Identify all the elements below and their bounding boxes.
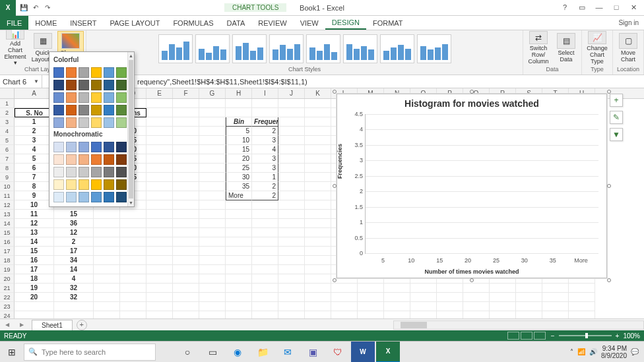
page-break-view-button[interactable]	[534, 332, 546, 340]
color-swatch[interactable]	[79, 142, 89, 152]
cell[interactable]: 15	[15, 247, 54, 256]
color-swatch[interactable]	[53, 67, 64, 78]
cell[interactable]	[146, 145, 173, 154]
tray-chevron-icon[interactable]: ˄	[570, 348, 573, 355]
cell[interactable]	[252, 265, 278, 274]
cell[interactable]	[278, 228, 305, 237]
scrollbar-thumb[interactable]	[401, 322, 427, 328]
cell[interactable]	[384, 284, 410, 293]
cell[interactable]	[305, 228, 331, 237]
cell[interactable]	[278, 237, 305, 247]
normal-view-button[interactable]	[507, 332, 519, 340]
tab-page-layout[interactable]: PAGE LAYOUT	[103, 16, 166, 30]
row-header[interactable]: 14	[0, 219, 15, 228]
cell[interactable]	[305, 108, 331, 117]
cell[interactable]: 12	[15, 219, 54, 228]
ribbon-display-icon[interactable]: ▭	[575, 3, 589, 12]
taskbar-search[interactable]: 🔍 Type here to search	[24, 344, 156, 361]
cell[interactable]: More	[226, 191, 252, 200]
row-header[interactable]: 16	[0, 237, 15, 247]
cell[interactable]	[199, 311, 226, 318]
cell[interactable]	[173, 99, 199, 108]
cell[interactable]	[146, 265, 173, 274]
color-swatch[interactable]	[79, 192, 89, 202]
color-swatch[interactable]	[104, 179, 114, 190]
cell[interactable]	[94, 219, 120, 228]
color-swatch[interactable]	[66, 154, 77, 165]
cell[interactable]	[252, 247, 278, 256]
cell[interactable]	[278, 302, 305, 311]
cell[interactable]	[173, 210, 199, 219]
horizontal-scrollbar[interactable]	[393, 320, 644, 330]
cell[interactable]	[384, 302, 410, 311]
column-header[interactable]: I	[252, 88, 278, 98]
tab-view[interactable]: VIEW	[294, 16, 325, 30]
cell[interactable]	[173, 136, 199, 145]
excel-taskbar-icon[interactable]: X	[376, 342, 400, 363]
cell[interactable]	[54, 311, 94, 318]
cell[interactable]: Frequency	[252, 117, 278, 127]
color-swatch[interactable]	[116, 167, 127, 177]
cell[interactable]	[305, 154, 331, 164]
cell[interactable]	[54, 302, 94, 311]
cell[interactable]	[252, 219, 278, 228]
cell[interactable]	[252, 256, 278, 265]
chart-style-thumb[interactable]	[380, 34, 414, 63]
column-header[interactable]: A	[15, 88, 54, 98]
cell[interactable]	[252, 284, 278, 293]
color-swatch[interactable]	[116, 92, 127, 103]
color-swatch[interactable]	[79, 167, 89, 177]
cell[interactable]	[173, 200, 199, 210]
zoom-in-button[interactable]: +	[616, 332, 620, 340]
color-swatch[interactable]	[66, 80, 77, 90]
chart-style-thumb[interactable]	[343, 34, 377, 63]
cell[interactable]	[226, 293, 252, 302]
cell[interactable]	[305, 293, 331, 302]
column-header[interactable]: G	[199, 88, 226, 98]
cell[interactable]	[120, 210, 146, 219]
cell[interactable]	[173, 237, 199, 247]
row-header[interactable]: 7	[0, 154, 15, 164]
cell[interactable]: 13	[15, 228, 54, 237]
color-swatch[interactable]	[91, 179, 102, 190]
cell[interactable]: 35	[226, 182, 252, 191]
cell[interactable]	[173, 302, 199, 311]
cell[interactable]	[120, 284, 146, 293]
cell[interactable]	[569, 284, 595, 293]
cell[interactable]	[199, 136, 226, 145]
cell[interactable]	[173, 219, 199, 228]
new-sheet-button[interactable]: +	[77, 320, 87, 330]
cell[interactable]	[490, 284, 516, 293]
cell[interactable]	[463, 302, 490, 311]
cell[interactable]	[278, 145, 305, 154]
cell[interactable]	[199, 117, 226, 127]
row-header[interactable]: 23	[0, 302, 15, 311]
cell[interactable]	[278, 274, 305, 284]
cell[interactable]	[94, 311, 120, 318]
cell[interactable]: 17	[54, 247, 94, 256]
color-swatch[interactable]	[79, 80, 89, 90]
cell[interactable]	[94, 293, 120, 302]
edge-icon[interactable]: ◉	[226, 342, 249, 363]
cell[interactable]	[463, 311, 490, 318]
color-swatch[interactable]	[53, 142, 64, 152]
cell[interactable]	[120, 247, 146, 256]
add-chart-element-button[interactable]: 📊Add Chart Element ▾	[2, 31, 28, 65]
chart-style-thumb[interactable]	[232, 34, 267, 63]
color-swatch[interactable]	[104, 192, 114, 202]
cell[interactable]	[120, 274, 146, 284]
cell[interactable]	[384, 293, 410, 302]
tab-insert[interactable]: INSERT	[63, 16, 103, 30]
cell[interactable]: 8	[15, 182, 54, 191]
cell[interactable]: 9	[15, 191, 54, 200]
cell[interactable]	[199, 173, 226, 182]
cell[interactable]	[173, 117, 199, 127]
cell[interactable]	[278, 210, 305, 219]
cell[interactable]	[490, 302, 516, 311]
color-swatch[interactable]	[79, 154, 89, 165]
cell[interactable]	[146, 191, 173, 200]
cell[interactable]	[199, 237, 226, 247]
tray-network-icon[interactable]: 📶	[577, 348, 585, 355]
cell[interactable]	[199, 164, 226, 173]
chevron-down-icon[interactable]: ▼	[34, 78, 39, 84]
